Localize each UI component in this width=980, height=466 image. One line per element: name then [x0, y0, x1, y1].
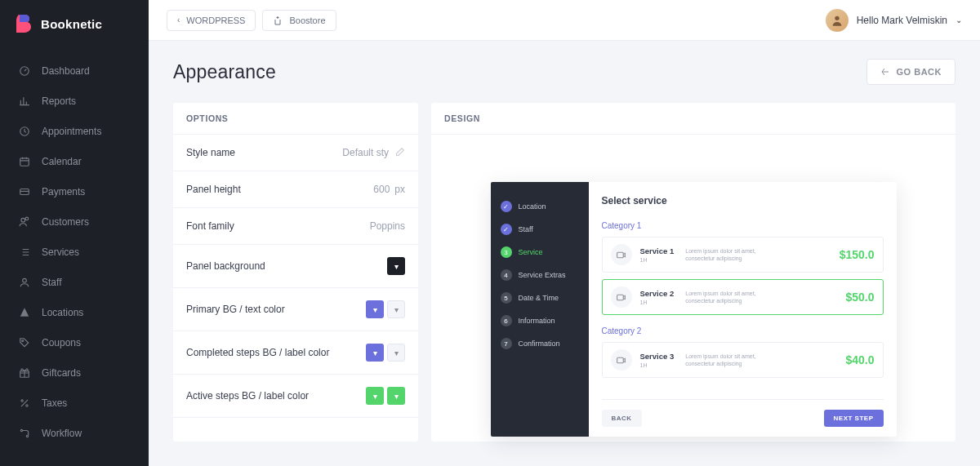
chevron-down-icon: ▾: [373, 305, 377, 314]
nav-taxes[interactable]: Taxes: [0, 388, 149, 418]
nav-label: Coupons: [42, 337, 81, 348]
color-picker-button[interactable]: ▾: [366, 387, 384, 405]
step-label: Service Extras: [519, 271, 566, 279]
preview-step-staff[interactable]: ✓Staff: [499, 218, 581, 241]
preview-next-button[interactable]: NEXT STEP: [824, 410, 884, 427]
edit-icon[interactable]: [394, 147, 405, 158]
go-back-button[interactable]: GO BACK: [866, 59, 956, 85]
nav-label: Dashboard: [42, 65, 90, 77]
option-panel-height: Panel height 600 px: [173, 171, 418, 208]
calendar-icon: [18, 155, 30, 167]
nav-calendar[interactable]: Calendar: [0, 146, 149, 176]
color-picker-button[interactable]: ▾: [387, 300, 405, 318]
nav-label: Customers: [42, 216, 89, 228]
options-header: OPTIONS: [173, 103, 418, 135]
opt-label: Panel background: [186, 260, 265, 272]
svg-rect-15: [617, 357, 624, 363]
step-label: Date & Time: [519, 294, 559, 302]
nav-reports[interactable]: Reports: [0, 86, 149, 116]
nav-label: Locations: [42, 307, 83, 318]
preview-back-button[interactable]: BACK: [602, 410, 642, 427]
nav-label: Services: [42, 246, 79, 258]
nav-label: Taxes: [42, 397, 67, 409]
chevron-down-icon: ⌄: [956, 16, 962, 24]
percent-icon: [18, 397, 30, 409]
topbar: ‹ WORDPRESS Boostore Hello Mark Velmiski…: [149, 0, 980, 41]
user-icon: [18, 276, 30, 288]
step-label: Service: [519, 248, 543, 256]
color-picker-button[interactable]: ▾: [366, 344, 384, 362]
gift-icon: [18, 366, 30, 379]
chevron-down-icon: ▾: [394, 305, 399, 314]
preview-steps: ✓Location ✓Staff 3Service 4Service Extra…: [491, 182, 589, 437]
service-icon: [611, 349, 632, 371]
color-picker-button[interactable]: ▾: [387, 387, 405, 405]
opt-label: Completed steps BG / label color: [186, 347, 329, 358]
logo: Booknetic: [0, 0, 149, 47]
step-num-icon: 7: [501, 338, 512, 349]
nav-staff[interactable]: Staff: [0, 267, 149, 297]
service-price: $40.0: [845, 353, 874, 366]
preview-step-confirmation[interactable]: 7Confirmation: [499, 332, 581, 355]
color-picker-button[interactable]: ▾: [387, 344, 405, 362]
gauge-icon: [18, 64, 30, 77]
design-panel: DESIGN ✓Location ✓Staff 3Service 4Servic…: [431, 103, 956, 442]
color-picker-button[interactable]: ▾: [387, 257, 405, 275]
booking-preview: ✓Location ✓Staff 3Service 4Service Extra…: [491, 182, 897, 437]
nav-giftcards[interactable]: Giftcards: [0, 357, 149, 388]
option-style-name: Style name Default sty: [173, 135, 418, 171]
svg-point-8: [20, 399, 22, 401]
service-card[interactable]: Service 31H Lorem ipsum dolor sit amet, …: [602, 342, 884, 378]
step-num-icon: 3: [501, 246, 512, 258]
step-label: Location: [519, 202, 546, 211]
user-menu[interactable]: Hello Mark Velmiskin ⌄: [826, 9, 962, 32]
service-card[interactable]: Service 11H Lorem ipsum dolor sit amet, …: [602, 237, 884, 273]
nav-label: Giftcards: [42, 367, 81, 379]
nav-locations[interactable]: Locations: [0, 297, 149, 327]
preview-step-datetime[interactable]: 5Date & Time: [499, 286, 581, 309]
opt-unit: px: [394, 184, 405, 195]
service-card[interactable]: Service 21H Lorem ipsum dolor sit amet, …: [602, 279, 884, 315]
breadcrumb-current[interactable]: Boostore: [262, 10, 336, 31]
opt-label: Primary BG / text color: [186, 304, 285, 315]
check-icon: ✓: [501, 201, 512, 212]
service-sub: 1H: [640, 362, 675, 368]
svg-rect-2: [20, 158, 29, 165]
avatar: [826, 9, 849, 32]
tag-icon: [18, 336, 30, 348]
location-icon: [18, 306, 30, 318]
nav-workflow[interactable]: Workflow: [0, 418, 149, 448]
service-name: Service 2: [640, 289, 675, 298]
nav-customers[interactable]: Customers: [0, 206, 149, 237]
breadcrumb-root[interactable]: ‹ WORDPRESS: [167, 10, 256, 31]
chevron-left-icon: ‹: [177, 16, 180, 24]
service-name: Service 1: [640, 246, 675, 255]
preview-step-location[interactable]: ✓Location: [499, 195, 581, 218]
svg-point-10: [20, 429, 22, 431]
step-label: Staff: [519, 225, 533, 233]
service-sub: 1H: [640, 257, 675, 263]
service-icon: [611, 244, 632, 265]
nav-appointments[interactable]: Appointments: [0, 116, 149, 146]
breadcrumb-label: WORDPRESS: [186, 16, 245, 25]
opt-label: Active steps BG / label color: [186, 390, 309, 402]
nav-dashboard[interactable]: Dashboard: [0, 55, 149, 86]
step-label: Information: [519, 317, 555, 325]
chart-icon: [18, 95, 30, 107]
svg-point-5: [22, 278, 26, 282]
preview-step-service[interactable]: 3Service: [499, 241, 581, 264]
nav-services[interactable]: Services: [0, 237, 149, 267]
sidebar: Booknetic Dashboard Reports Appointments…: [0, 0, 149, 466]
step-label: Confirmation: [519, 340, 560, 348]
list-icon: [18, 246, 30, 258]
color-picker-button[interactable]: ▾: [366, 300, 384, 318]
nav-coupons[interactable]: Coupons: [0, 327, 149, 357]
step-num-icon: 4: [501, 269, 512, 281]
preview-step-extras[interactable]: 4Service Extras: [499, 264, 581, 286]
preview-step-information[interactable]: 6Information: [499, 309, 581, 332]
nav-payments[interactable]: Payments: [0, 176, 149, 206]
svg-rect-13: [617, 252, 624, 258]
service-icon: [611, 286, 632, 308]
chevron-down-icon: ▾: [394, 392, 399, 401]
opt-value: Default sty: [342, 147, 389, 158]
